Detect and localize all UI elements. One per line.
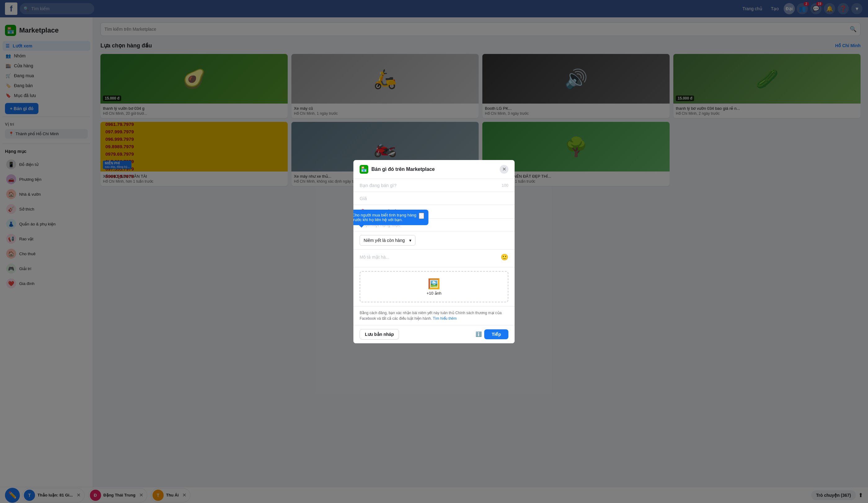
item-name-input[interactable] [360, 183, 508, 188]
save-draft-button[interactable]: Lưu bản nháp [360, 329, 399, 340]
emoji-icon[interactable]: 🙂 [501, 253, 508, 261]
status-tooltip: Cho người mua biết tình trạng hàng trước… [353, 209, 428, 225]
tooltip-arrow [359, 225, 364, 228]
price-field[interactable] [353, 192, 515, 205]
status-dropdown-container: Cho người mua biết tình trạng hàng trước… [353, 231, 515, 250]
tooltip-close-button[interactable]: ✕ [419, 213, 424, 219]
status-select-label: Niêm yết là còn hàng [364, 238, 405, 243]
modal-header: 🏪 Bán gì đó trên Marketplace ✕ [353, 160, 515, 179]
photo-label: +10 ảnh [426, 291, 442, 296]
description-area: Mô tả mặt hà... 🙂 [353, 250, 515, 267]
modal-close-button[interactable]: ✕ [500, 165, 508, 174]
price-input[interactable] [360, 196, 508, 201]
status-select[interactable]: Niêm yết là còn hàng ▾ [360, 235, 415, 246]
chevron-down-icon: ▾ [409, 238, 411, 243]
photo-icon: 🖼️ [428, 278, 440, 290]
sell-modal: 🏪 Bán gì đó trên Marketplace ✕ 100 📍 Thà… [353, 160, 515, 343]
photo-upload-area[interactable]: 🖼️ +10 ảnh [360, 271, 508, 302]
modal-marketplace-icon: 🏪 [360, 165, 368, 174]
desc-label: Mô tả mặt hà... [360, 255, 389, 259]
modal-body: 100 📍 Thành phố Hồ Chí Minh Chọn một hạn… [353, 179, 515, 325]
modal-header-left: 🏪 Bán gì đó trên Marketplace [360, 165, 435, 174]
item-name-field[interactable]: 100 [353, 179, 515, 192]
modal-title: Bán gì đó trên Marketplace [371, 166, 435, 172]
learn-more-link[interactable]: Tìm hiểu thêm [433, 316, 457, 321]
tooltip-text: Cho người mua biết tình trạng hàng trước… [353, 213, 416, 222]
modal-consent: Bằng cách đăng, bạn xác nhận bài niêm yế… [353, 306, 515, 325]
char-count: 100 [502, 183, 508, 188]
consent-text: Bằng cách đăng, bạn xác nhận bài niêm yế… [360, 311, 502, 321]
desc-header: Mô tả mặt hà... 🙂 [360, 253, 508, 261]
modal-overlay[interactable]: 🏪 Bán gì đó trên Marketplace ✕ 100 📍 Thà… [0, 0, 868, 503]
next-button[interactable]: Tiếp [484, 329, 508, 339]
modal-footer: Lưu bản nháp ℹ️ Tiếp [353, 325, 515, 343]
info-icon: ℹ️ [476, 331, 482, 337]
